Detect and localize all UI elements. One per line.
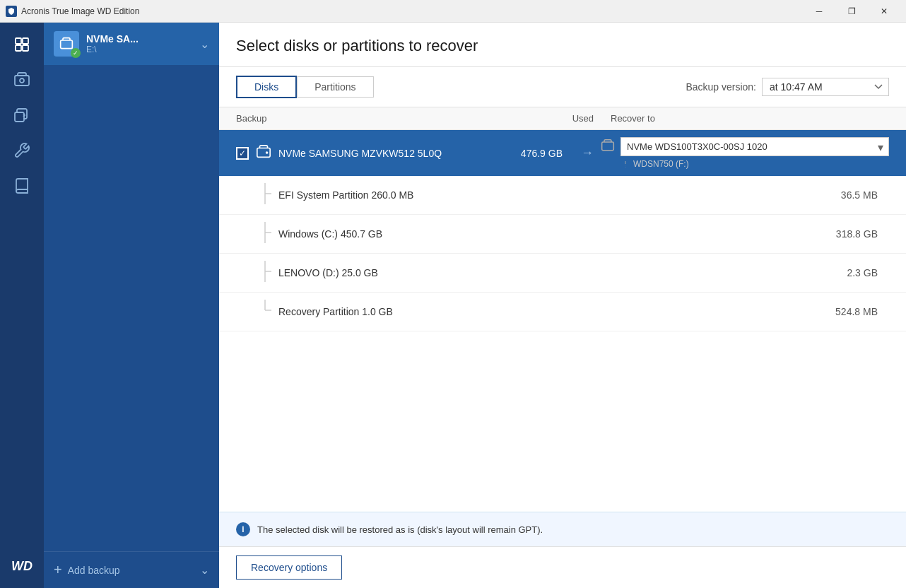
close-button[interactable]: ✕ — [868, 0, 900, 23]
tab-disks[interactable]: Disks — [236, 76, 297, 98]
col-backup-header: Backup — [236, 113, 514, 124]
partition-name: Recovery Partition 1.0 GB — [278, 306, 818, 317]
tabs-row: Disks Partitions Backup version: at 10:4… — [219, 67, 906, 107]
sidebar-item-guide[interactable] — [6, 170, 38, 202]
svg-rect-4 — [23, 45, 28, 51]
backup-version-row: Backup version: at 10:47 AM — [686, 78, 889, 96]
content-footer: Recovery options — [219, 546, 906, 588]
backup-item-name: NVMe SA... — [86, 33, 200, 45]
disk-recover: NVMe WDS100T3X0C-00SJ 1020 WDSN750 (F:) — [601, 137, 889, 169]
sidebar-narrow: WD — [0, 23, 44, 588]
disk-name: NVMe SAMSUNG MZVKW512 5L0Q — [278, 148, 503, 159]
check-badge: ✓ — [71, 48, 81, 58]
app-title: Acronis True Image WD Edition — [21, 6, 803, 16]
svg-rect-2 — [23, 38, 28, 44]
svg-rect-7 — [15, 112, 24, 122]
checkmark-icon: ✓ — [239, 148, 246, 158]
app-icon — [6, 6, 17, 17]
add-backup-button[interactable]: + Add backup ⌄ — [44, 551, 219, 588]
partition-row: LENOVO (D:) 25.0 GB 2.3 GB — [219, 254, 906, 293]
sidebar-item-clone[interactable] — [6, 99, 38, 131]
wd-logo: WD — [6, 550, 38, 582]
partition-row: EFI System Partition 260.0 MB 36.5 MB — [219, 176, 906, 215]
backup-chevron-icon: ⌄ — [200, 37, 209, 51]
backup-version-select[interactable]: at 10:47 AM — [762, 78, 889, 96]
table-header: Backup Used Recover to — [219, 107, 906, 130]
content-header: Select disks or partitions to recover — [219, 23, 906, 67]
add-backup-chevron-icon: ⌄ — [200, 563, 209, 577]
backup-version-label: Backup version: — [686, 81, 756, 93]
backup-item[interactable]: ✓ NVMe SA... E:\ ⌄ — [44, 23, 219, 65]
partition-row: Recovery Partition 1.0 GB 524.8 MB — [219, 293, 906, 331]
recover-secondary: WDSN750 (F:) — [633, 159, 689, 169]
partition-name: EFI System Partition 260.0 MB — [278, 189, 818, 201]
partition-rows: EFI System Partition 260.0 MB 36.5 MB Wi… — [219, 176, 906, 331]
disk-checkbox[interactable]: ✓ — [236, 147, 249, 160]
partition-size: 524.8 MB — [818, 306, 889, 317]
partition-size: 318.8 GB — [818, 228, 889, 240]
main-container: WD ✓ NVMe SA... E:\ ⌄ + Add backup ⌄ — [0, 23, 906, 588]
svg-point-6 — [20, 78, 24, 83]
tab-partitions[interactable]: Partitions — [297, 76, 373, 98]
disk-size: 476.9 GB — [503, 148, 574, 159]
page-title: Select disks or partitions to recover — [236, 37, 889, 55]
partition-size: 36.5 MB — [818, 189, 889, 201]
partition-size: 2.3 GB — [818, 267, 889, 278]
main-content: Select disks or partitions to recover Di… — [219, 23, 906, 588]
minimize-button[interactable]: ─ — [803, 0, 835, 23]
restore-button[interactable]: ❐ — [835, 0, 868, 23]
svg-rect-8 — [61, 40, 73, 49]
sidebar-item-dashboard[interactable] — [6, 28, 38, 61]
disk-row[interactable]: ✓ NVMe SAMSUNG MZVKW512 5L0Q 476.9 GB → — [219, 130, 906, 176]
sidebar-item-tools[interactable] — [6, 134, 38, 167]
backup-item-text: NVMe SA... E:\ — [86, 33, 200, 54]
partition-name: LENOVO (D:) 25.0 GB — [278, 267, 818, 278]
backup-item-icon: ✓ — [54, 31, 79, 57]
add-backup-label: Add backup — [68, 565, 120, 576]
plus-icon: + — [54, 562, 62, 578]
info-icon: i — [236, 522, 250, 536]
svg-rect-1 — [16, 38, 21, 44]
recovery-options-button[interactable]: Recovery options — [236, 555, 342, 580]
svg-rect-9 — [257, 148, 270, 157]
col-recover-header: Recover to — [599, 113, 889, 124]
partition-name: Windows (C:) 450.7 GB — [278, 228, 818, 240]
sidebar-wide: ✓ NVMe SA... E:\ ⌄ + Add backup ⌄ — [44, 23, 219, 588]
svg-rect-5 — [15, 76, 29, 86]
info-bar: i The selected disk will be restored as … — [219, 512, 906, 546]
arrow-icon: → — [581, 146, 594, 160]
col-used-header: Used — [514, 113, 599, 124]
recover-dropdown[interactable]: NVMe WDS100T3X0C-00SJ 1020 WDSN750 (F:) — [620, 137, 889, 156]
partition-row: Windows (C:) 450.7 GB 318.8 GB — [219, 215, 906, 254]
sidebar-item-backup[interactable] — [6, 64, 38, 96]
table-area: Backup Used Recover to ✓ NVMe SAMSUNG MZ… — [219, 107, 906, 512]
svg-rect-11 — [602, 142, 614, 151]
svg-point-10 — [266, 152, 268, 153]
window-controls: ─ ❐ ✕ — [803, 0, 900, 23]
svg-rect-3 — [16, 45, 21, 51]
titlebar: Acronis True Image WD Edition ─ ❐ ✕ — [0, 0, 906, 23]
backup-item-path: E:\ — [86, 45, 200, 54]
info-text: The selected disk will be restored as is… — [257, 524, 543, 535]
disk-icon — [256, 144, 271, 163]
